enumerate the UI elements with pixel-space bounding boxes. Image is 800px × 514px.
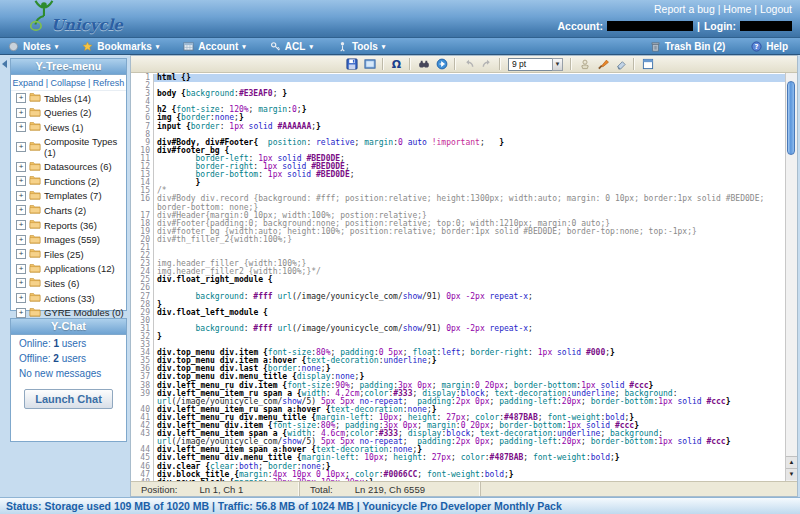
tree-action-collapse[interactable]: Collapse — [50, 78, 85, 88]
chat-online-line: Online: 1 users — [11, 335, 126, 350]
find-icon[interactable] — [415, 57, 432, 71]
tree-item-composite-types-1[interactable]: +Composite Types (1) — [11, 135, 126, 160]
menu-bar: Notes▾Bookmarks▾Account▾ACL▾Tools▾ Trash… — [0, 37, 800, 55]
trash-bin-button[interactable]: Trash Bin (2) — [650, 41, 726, 52]
folder-icon — [29, 263, 41, 275]
folder-icon — [29, 219, 41, 231]
expand-plus-icon[interactable]: + — [16, 278, 26, 288]
account-value-redacted — [607, 21, 693, 31]
brush-icon[interactable] — [594, 57, 611, 71]
position-bar: Position: Ln 1, Ch 1 Total: Ln 219, Ch 6… — [131, 481, 797, 496]
font-size-select[interactable]: 9 pt▼ — [508, 58, 563, 71]
expand-plus-icon[interactable]: + — [16, 249, 26, 259]
menu-tools[interactable]: Tools▾ — [337, 41, 385, 52]
code-text: div.left_menu_item_ru span a {width: 4.2… — [154, 390, 785, 406]
scroll-up-arrow[interactable]: ▲ — [786, 456, 797, 468]
tree-item-templates-7[interactable]: +Templates (7) — [11, 189, 126, 204]
app-logo[interactable]: Unicycle — [26, 1, 123, 37]
top-banner: Unicycle Report a bug | Home | Logout Ac… — [0, 0, 800, 37]
offline-suffix: users — [62, 353, 86, 364]
menu-bookmarks[interactable]: Bookmarks▾ — [82, 41, 159, 52]
offline-label: Offline: — [19, 353, 51, 364]
expand-plus-icon[interactable]: + — [16, 293, 26, 303]
top-link-home[interactable]: Home — [723, 3, 751, 15]
goto-line-icon[interactable] — [433, 57, 450, 71]
tree-item-functions-2[interactable]: +Functions (2) — [11, 174, 126, 189]
tree-actions: Expand | Collapse | Refresh — [11, 75, 126, 91]
vertical-scrollbar[interactable]: ▲ ▼ — [785, 73, 797, 481]
expand-plus-icon[interactable]: + — [16, 162, 26, 172]
scroll-down-arrow[interactable]: ▼ — [786, 468, 797, 480]
top-link-separator: | — [751, 3, 760, 15]
code-line: 7input {border: 1px solid #AAAAAA;} — [131, 123, 785, 131]
format-painter-icon[interactable] — [576, 57, 593, 71]
menu-label: ACL — [285, 41, 306, 52]
tree-item-charts-2[interactable]: +Charts (2) — [11, 203, 126, 218]
note-icon — [8, 41, 19, 52]
expand-plus-icon[interactable]: + — [16, 122, 26, 132]
expand-plus-icon[interactable]: + — [16, 108, 26, 118]
tree-item-label: Tables (14) — [44, 93, 91, 104]
new-window-icon[interactable] — [639, 57, 656, 71]
tree-item-sites-6[interactable]: +Sites (6) — [11, 276, 126, 291]
expand-plus-icon[interactable]: + — [16, 191, 26, 201]
menu-account[interactable]: Account▾ — [183, 41, 246, 52]
code-text: h2 {font-size: 120%; margin:0;} — [154, 106, 785, 114]
tree-item-queries-2[interactable]: +Queries (2) — [11, 106, 126, 121]
code-text: div.left_menu_item span a {width: 4.6cm;… — [154, 430, 785, 446]
help-button[interactable]: ? Help — [751, 41, 788, 52]
tree-item-reports-36[interactable]: +Reports (36) — [11, 218, 126, 233]
scrollbar-thumb[interactable] — [787, 81, 795, 155]
tree-item-applications-12[interactable]: +Applications (12) — [11, 262, 126, 277]
top-link-logout[interactable]: Logout — [760, 3, 792, 15]
chat-panel: Y-Chat Online: 1 users Offline: 2 users … — [10, 318, 127, 442]
tree-action-refresh[interactable]: Refresh — [93, 78, 125, 88]
tree-item-views-1[interactable]: +Views (1) — [11, 120, 126, 135]
launch-chat-button[interactable]: Launch Chat — [24, 389, 113, 409]
preview-icon[interactable] — [361, 57, 378, 71]
chat-panel-title: Y-Chat — [11, 319, 126, 335]
top-link-report-a-bug[interactable]: Report a bug — [654, 3, 715, 15]
expand-plus-icon[interactable]: + — [16, 93, 26, 103]
eraser-icon[interactable] — [612, 57, 629, 71]
tree-item-datasources-6[interactable]: +Datasources (6) — [11, 159, 126, 174]
sidebar-collapse-arrow[interactable] — [2, 60, 7, 68]
tree-item-label: GYRE Modules (0) — [44, 307, 124, 318]
expand-plus-icon[interactable]: + — [16, 142, 26, 152]
menu-notes[interactable]: Notes▾ — [8, 41, 58, 52]
tree-panel-title: Y-Tree-menu — [11, 59, 126, 75]
expand-plus-icon[interactable]: + — [16, 220, 26, 230]
tree-item-label: Queries (2) — [44, 107, 92, 118]
tree-action-expand[interactable]: Expand — [13, 78, 44, 88]
folder-icon — [29, 204, 41, 216]
expand-plus-icon[interactable]: + — [16, 264, 26, 274]
code-line: 25div.float_right_module { — [131, 276, 785, 284]
code-line: 32} — [131, 333, 785, 341]
line-number: 43 — [131, 430, 154, 446]
toolbar-separator — [633, 58, 635, 70]
key-icon — [270, 41, 281, 52]
code-line: 31 background: #fff url(/image/younicycl… — [131, 325, 785, 333]
tree-item-label: Charts (2) — [44, 205, 86, 216]
undo-icon[interactable] — [460, 57, 477, 71]
chevron-down-icon: ▾ — [382, 43, 386, 51]
tree-item-images-559[interactable]: +Images (559) — [11, 232, 126, 247]
menu-acl[interactable]: ACL▾ — [270, 41, 313, 52]
special-characters-icon[interactable]: Ω — [388, 57, 405, 71]
tree-item-files-25[interactable]: +Files (25) — [11, 247, 126, 262]
code-text: border-bottom: 1px solid #BED0DE; — [154, 171, 785, 179]
online-label: Online: — [19, 338, 51, 349]
expand-plus-icon[interactable]: + — [16, 235, 26, 245]
save-icon[interactable] — [343, 57, 360, 71]
folder-icon — [29, 175, 41, 187]
tree-item-actions-33[interactable]: +Actions (33) — [11, 291, 126, 306]
tree-item-label: Applications (12) — [44, 263, 115, 274]
expand-plus-icon[interactable]: + — [16, 205, 26, 215]
code-area[interactable]: 1html {}23body {background:#E3EAF0; }45h… — [131, 73, 785, 481]
redo-icon[interactable] — [478, 57, 495, 71]
expand-plus-icon[interactable]: + — [16, 308, 26, 318]
expand-plus-icon[interactable]: + — [16, 176, 26, 186]
tree-item-tables-14[interactable]: +Tables (14) — [11, 91, 126, 106]
code-text: body {background:#E3EAF0; } — [154, 90, 785, 98]
font-size-value: 9 pt — [508, 58, 552, 71]
